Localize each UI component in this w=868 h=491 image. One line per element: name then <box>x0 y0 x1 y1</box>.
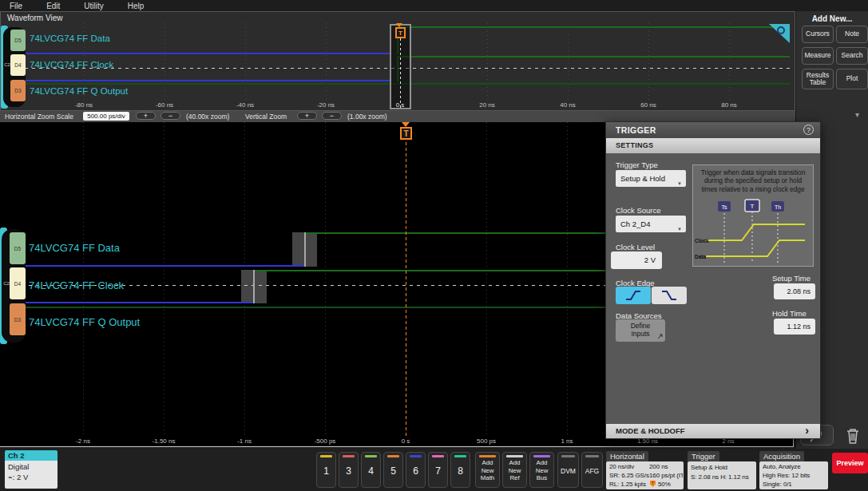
gridline <box>487 23 488 103</box>
digital-channel-button-3[interactable]: 3 <box>339 452 359 488</box>
horizontal-zoom-scale-input[interactable]: 500.00 ps/div <box>83 112 129 121</box>
sample-rate: SR: 6.25 GS/s <box>609 472 649 479</box>
acquisition-single: Single: 0/1 <box>763 481 792 488</box>
note-button[interactable]: Note <box>836 26 868 43</box>
afg-button[interactable]: AFG <box>581 452 603 488</box>
menu-edit[interactable]: Edit <box>46 2 60 10</box>
channel-number: 3 <box>339 465 358 477</box>
data-wave-low <box>0 265 305 267</box>
badge-d5[interactable]: D5 <box>10 30 26 51</box>
diagram-data-label: Data <box>695 254 706 259</box>
main-axis-tick: 1 ns <box>549 438 585 445</box>
define-inputs-button[interactable]: Define Inputs <box>616 319 665 342</box>
h-zoom-minus-button[interactable]: − <box>161 112 180 120</box>
clock-source-value: Ch 2_D4 <box>620 220 651 228</box>
trigger-description-box: Trigger when data signals transition dur… <box>692 164 814 267</box>
trigger-marker-badge[interactable]: T <box>400 127 412 140</box>
horizontal-info-box[interactable]: 20 ns/div 200 ns SR: 6.25 GS/s 160 ps/pt… <box>606 461 684 489</box>
horizontal-scale: 20 ns/div <box>609 463 634 470</box>
clock-level-field[interactable]: 2 V <box>611 251 662 269</box>
badge-d4[interactable]: D4 <box>10 267 26 299</box>
chevron-down-icon[interactable]: ▾ <box>855 110 859 119</box>
gridline <box>325 122 326 437</box>
ch2-badge-title: Ch 2 <box>5 450 57 461</box>
trigger-type: Setup & Hold <box>691 464 727 471</box>
trigger-marker-badge[interactable]: T <box>395 27 406 38</box>
badge-d5[interactable]: D5 <box>10 232 26 264</box>
overview-axis-tick: -20 ns <box>308 101 343 109</box>
digital-channel-button-5[interactable]: 5 <box>383 452 403 488</box>
digital-channel-button-8[interactable]: 8 <box>450 452 470 488</box>
gridline <box>486 122 487 437</box>
data-wave-high <box>398 26 790 28</box>
badge-d3[interactable]: D3 <box>10 80 26 101</box>
zoom-toolbar: Horizontal Zoom Scale 500.00 ps/div + − … <box>0 111 795 122</box>
trigger-type-dropdown[interactable]: Setup & Hold ▼ <box>616 170 686 187</box>
menu-utility[interactable]: Utility <box>84 2 103 10</box>
rising-edge-button[interactable] <box>616 287 651 304</box>
v-zoom-plus-button[interactable]: + <box>297 112 317 120</box>
measure-button[interactable]: Measure <box>802 47 834 65</box>
clock-wave-low <box>25 80 390 81</box>
settings-tab-label: SETTINGS <box>616 141 653 149</box>
main-channel-label-q[interactable]: 74LVCG74 FF Q Output <box>29 316 140 328</box>
main-axis-tick: 0 s <box>388 438 423 445</box>
menu-file[interactable]: File <box>10 2 22 10</box>
channel-color-bar <box>320 455 332 457</box>
falling-edge-button[interactable] <box>652 287 687 304</box>
digital-channel-button-1[interactable]: 1 <box>316 452 336 488</box>
settings-tab[interactable]: SETTINGS <box>606 138 820 153</box>
magnifier-icon <box>769 24 790 43</box>
chevron-down-icon: ▼ <box>677 176 682 192</box>
results-table-button[interactable]: Results Table <box>802 69 834 89</box>
gridline <box>729 23 730 103</box>
ch2-badge[interactable]: Ch 2 Digital ⌁: 2 V <box>5 450 57 489</box>
digital-channel-button-7[interactable]: 7 <box>428 452 448 488</box>
hold-time-field[interactable]: 1.12 ns <box>774 319 815 335</box>
add-new-bus-button[interactable]: Add New Bus <box>529 452 554 488</box>
clock-source-dropdown[interactable]: Ch 2_D4 ▼ <box>616 216 686 232</box>
channel-number: 7 <box>429 465 447 477</box>
acquisition-info-box[interactable]: Auto, Analyze High Res: 12 bits Single: … <box>759 461 828 489</box>
overview-axis-tick: 80 ns <box>711 101 747 109</box>
add-new-bus-label: Add New Bus <box>530 459 553 482</box>
main-channel-label-data[interactable]: 74LVCG74 FF Data <box>29 242 120 254</box>
h-zoom-plus-button[interactable]: + <box>136 112 156 120</box>
ch2-badge-threshold: ⌁: 2 V <box>8 473 57 483</box>
help-icon[interactable]: ? <box>803 125 814 135</box>
chevron-right-icon: › <box>805 424 809 437</box>
menu-help[interactable]: Help <box>128 2 145 10</box>
search-button[interactable]: Search <box>836 47 868 65</box>
trigger-panel-header[interactable]: TRIGGER ? <box>606 122 820 138</box>
trash-icon <box>841 424 865 448</box>
trigger-info-box[interactable]: Setup & Hold S: 2.08 ns H: 1.12 ns <box>688 461 756 489</box>
digital-channel-button-6[interactable]: 6 <box>406 452 426 488</box>
clock-source-label: Clock Source <box>616 206 661 215</box>
overview-channel-label-data[interactable]: 74LVCG74 FF Data <box>30 34 110 43</box>
setup-time-field[interactable]: 2.08 ns <box>774 283 815 299</box>
data-wave-low <box>25 53 390 54</box>
cursors-button[interactable]: Cursors <box>802 26 834 43</box>
dvm-button[interactable]: DVM <box>557 452 579 488</box>
plot-button[interactable]: Plot <box>836 69 868 89</box>
overview-channel-label-clock[interactable]: 74LVCG74 FF Clock <box>30 60 113 69</box>
mode-holdoff-bar[interactable]: MODE & HOLDOFF › <box>606 424 820 438</box>
add-new-math-button[interactable]: Add New Math <box>475 452 500 488</box>
main-channel-label-clock[interactable]: 74LVCG74 FF Clock <box>29 279 124 291</box>
channel-number: 8 <box>451 465 470 477</box>
overview-axis-tick: -80 ns <box>66 101 101 109</box>
trigger-position-line <box>406 137 406 437</box>
badge-d3[interactable]: D3 <box>10 303 26 335</box>
add-new-ref-button[interactable]: Add New Ref <box>502 452 527 488</box>
resolution: 160 ps/pt (IT <box>649 472 683 479</box>
badge-d4[interactable]: D4 <box>10 54 26 76</box>
preview-button[interactable]: Preview <box>832 453 868 473</box>
overview-channel-label-q[interactable]: 74LVCG74 FF Q Output <box>30 86 128 96</box>
record-length: RL: 1.25 kpts <box>609 481 646 488</box>
digital-channel-button-4[interactable]: 4 <box>361 452 381 488</box>
trash-button[interactable] <box>841 424 865 448</box>
v-zoom-minus-button[interactable]: − <box>322 112 342 120</box>
zoom-corner-icon[interactable] <box>769 24 790 43</box>
diagram-clock-label: Clock <box>695 238 709 244</box>
ch2-badge-type: Digital <box>8 462 57 473</box>
